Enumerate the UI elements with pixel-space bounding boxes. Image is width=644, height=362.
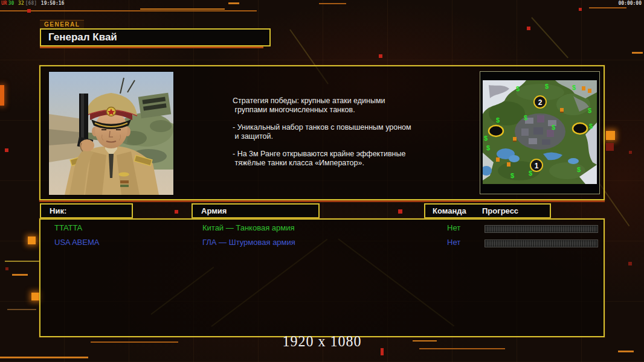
nick-header-label: Ник:: [50, 205, 66, 217]
perf-extra: [68]: [25, 1, 37, 6]
deco-line: [12, 274, 28, 276]
deco-square: [628, 262, 632, 265]
panel-divider: [39, 200, 605, 202]
player-nick: USA ABEMA: [54, 235, 99, 250]
deco-square: [606, 131, 615, 140]
performance-overlay: UR30 32[68] 19:50:16: [1, 1, 65, 6]
perf-clock: 19:50:16: [41, 1, 65, 6]
description-paragraph: - На 3м Ранге открываются крайне эффекти…: [233, 150, 438, 168]
deco-line: [589, 7, 626, 8]
general-title: Генерал Квай: [40, 28, 271, 46]
player-army: ГЛА — Штурмовая армия: [202, 235, 295, 250]
column-header-army: Армия: [192, 203, 320, 218]
general-portrait: [48, 71, 174, 195]
deco-line: [632, 52, 643, 54]
deco-line: [319, 3, 346, 4]
deco-square: [175, 210, 178, 214]
player-team: Нет: [447, 235, 460, 250]
description-paragraph: Стратегия победы: крупные атаки едиными …: [233, 97, 438, 115]
player-row: TTATTA Китай — Танковая армия Нет: [40, 221, 604, 235]
deco-line: [0, 10, 257, 11]
supply-icon: $: [529, 170, 532, 177]
resolution-watermark: 1920 x 1080: [0, 332, 644, 350]
team-header-label: Команда: [433, 205, 466, 217]
deco-line: [618, 351, 634, 352]
supply-icon: $: [510, 172, 514, 179]
general-portrait-illustration: [49, 72, 173, 195]
supply-icon: $: [524, 114, 527, 121]
deco-square: [398, 209, 402, 214]
progress-bar: [485, 225, 598, 233]
perf-label: UR: [1, 1, 7, 6]
deco-square: [5, 148, 8, 152]
spawn-label-1: 1: [535, 162, 539, 170]
army-header-label: Армия: [201, 205, 227, 217]
minimap-illustration: 2 1 $ $ $ $ $ $ $ $ $ $ $ $ $: [483, 80, 597, 184]
deco-line: [228, 2, 239, 4]
deco-square: [606, 143, 614, 151]
supply-icon: $: [516, 85, 520, 92]
player-team: Нет: [447, 221, 460, 235]
tab-general: GENERAL: [40, 20, 84, 28]
deco-line: [0, 357, 88, 358]
supply-icon: $: [486, 144, 490, 151]
deco-square: [379, 54, 382, 58]
progress-header-label: Прогресс: [482, 205, 518, 217]
supply-icon: $: [572, 84, 576, 91]
supply-icon: $: [577, 166, 581, 173]
player-row: USA ABEMA ГЛА — Штурмовая армия Нет: [40, 235, 604, 250]
perf-ping: 32: [18, 1, 24, 6]
description-paragraph: - Уникальный набор танков с повышенным у…: [233, 123, 438, 141]
deco-square: [31, 293, 39, 300]
supply-icon: $: [545, 83, 549, 90]
deco-square: [579, 8, 582, 11]
deco-square: [629, 151, 632, 154]
deco-trace: [531, 17, 568, 58]
deco-line: [5, 261, 40, 262]
deco-square: [27, 9, 31, 13]
column-header-nick: Ник:: [40, 203, 133, 218]
supply-icon: $: [496, 116, 500, 124]
perf-fps: 30: [8, 1, 14, 6]
spawn-label-2: 2: [538, 98, 543, 107]
player-nick: TTATTA: [54, 221, 82, 235]
deco-line: [140, 8, 225, 10]
title-underline: [40, 46, 263, 48]
deco-square: [5, 267, 8, 270]
column-header-team-progress: Команда Прогресс: [424, 203, 551, 218]
deco-line: [7, 309, 36, 310]
player-army: Китай — Танковая армия: [202, 221, 295, 235]
supply-icon: $: [589, 122, 593, 130]
general-info-panel: Стратегия победы: крупные атаки едиными …: [39, 65, 605, 200]
deco-square: [527, 27, 530, 30]
deco-bar: [0, 85, 4, 106]
minimap: 2 1 $ $ $ $ $ $ $ $ $ $ $ $ $: [480, 71, 600, 194]
deco-square: [28, 237, 36, 244]
match-timer: 00:00:00: [618, 1, 642, 6]
general-description: Стратегия победы: крупные атаки едиными …: [233, 97, 438, 176]
progress-bar: [485, 240, 598, 247]
supply-icon: $: [484, 135, 488, 142]
supply-icon: $: [552, 124, 555, 131]
player-list-panel: TTATTA Китай — Танковая армия Нет USA AB…: [39, 218, 605, 337]
supply-icon: $: [588, 107, 591, 114]
minimap-city: [515, 113, 565, 150]
